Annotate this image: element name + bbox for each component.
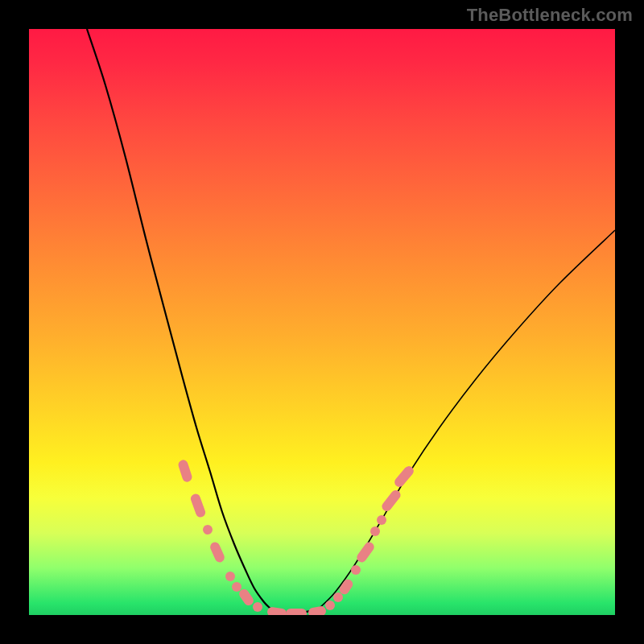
left-curve bbox=[87, 29, 270, 609]
chart-container: TheBottleneck.com bbox=[0, 0, 644, 644]
marker-pill bbox=[266, 606, 287, 615]
marker-dot bbox=[203, 525, 213, 535]
marker-dot bbox=[232, 582, 242, 592]
marker-dot bbox=[370, 526, 380, 536]
marker-pill bbox=[393, 464, 415, 489]
marker-dot bbox=[377, 515, 386, 525]
marker-pill bbox=[208, 541, 226, 564]
marker-dot bbox=[351, 565, 361, 575]
marker-pill bbox=[308, 605, 327, 615]
marker-dot bbox=[225, 572, 235, 581]
watermark-text: TheBottleneck.com bbox=[467, 5, 633, 26]
curve-group bbox=[87, 29, 615, 613]
marker-dot bbox=[325, 601, 335, 610]
marker-pill bbox=[380, 488, 402, 513]
marker-dot bbox=[333, 592, 343, 602]
marker-pill bbox=[355, 540, 376, 564]
marker-pill bbox=[286, 609, 307, 615]
chart-svg bbox=[29, 29, 615, 615]
plot-area bbox=[29, 29, 615, 615]
marker-dot bbox=[253, 602, 262, 612]
marker-pill bbox=[177, 459, 193, 483]
marker-pill bbox=[189, 493, 207, 518]
